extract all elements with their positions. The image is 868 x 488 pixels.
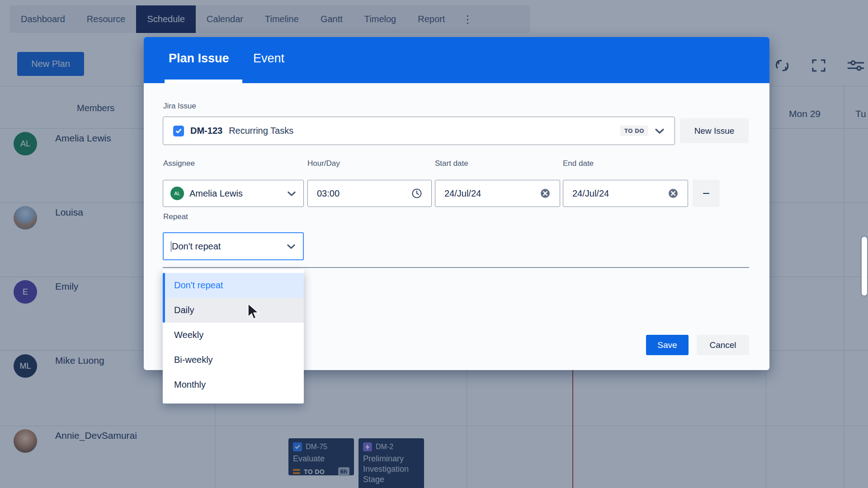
- option-daily[interactable]: Daily: [163, 298, 304, 323]
- start-date-input[interactable]: 24/Jul/24: [435, 180, 560, 207]
- task-check-icon: [173, 126, 184, 136]
- active-tab-indicator: [165, 80, 242, 83]
- jira-issue-label: Jira Issue: [163, 102, 196, 111]
- end-date-input[interactable]: 24/Jul/24: [563, 180, 688, 207]
- repeat-label: Repeat: [163, 212, 188, 221]
- avatar: AL: [170, 187, 184, 200]
- hour-per-day-value: 03:00: [317, 188, 340, 199]
- repeat-dropdown-menu: Don't repeat Daily Weekly Bi-weekly Mont…: [163, 269, 304, 404]
- chevron-down-icon[interactable]: [655, 128, 665, 134]
- section-divider: [163, 267, 749, 268]
- chevron-down-icon[interactable]: [287, 244, 296, 249]
- option-weekly[interactable]: Weekly: [163, 323, 304, 347]
- chevron-down-icon[interactable]: [287, 191, 296, 197]
- mouse-cursor-icon: [246, 303, 262, 323]
- cancel-button[interactable]: Cancel: [697, 335, 749, 355]
- assignee-select[interactable]: AL Amelia Lewis: [163, 180, 304, 207]
- clear-icon[interactable]: [540, 188, 551, 199]
- dropdown-selection-bar: [163, 273, 165, 323]
- tab-plan-issue[interactable]: Plan Issue: [169, 37, 229, 80]
- app-root: Dashboard Resource Schedule Calendar Tim…: [0, 0, 868, 488]
- new-issue-button[interactable]: New Issue: [680, 118, 749, 143]
- jira-issue-select[interactable]: DM-123 Recurring Tasks TO DO: [163, 117, 675, 145]
- modal-header: Plan Issue Event: [144, 37, 769, 83]
- status-badge: TO DO: [620, 126, 648, 136]
- assignee-value: Amelia Lewis: [189, 188, 243, 199]
- clear-icon[interactable]: [668, 188, 679, 199]
- end-date-label: End date: [563, 159, 594, 168]
- save-button[interactable]: Save: [646, 335, 689, 355]
- option-monthly[interactable]: Monthly: [163, 372, 304, 397]
- hour-per-day-input[interactable]: 03:00: [307, 180, 432, 207]
- repeat-value: Don't repeat: [171, 241, 221, 252]
- start-date-label: Start date: [435, 159, 468, 168]
- option-dont-repeat[interactable]: Don't repeat: [163, 273, 304, 298]
- option-bi-weekly[interactable]: Bi-weekly: [163, 347, 304, 372]
- start-date-value: 24/Jul/24: [444, 188, 481, 199]
- end-date-value: 24/Jul/24: [572, 188, 609, 199]
- assignee-label: Assignee: [163, 159, 195, 168]
- repeat-select[interactable]: Don't repeat: [163, 232, 304, 260]
- issue-key: DM-123: [190, 126, 222, 136]
- issue-summary: Recurring Tasks: [229, 126, 293, 136]
- remove-row-button[interactable]: −: [693, 180, 720, 207]
- tab-event[interactable]: Event: [253, 37, 284, 80]
- scrollbar-thumb[interactable]: [862, 237, 867, 296]
- hour-per-day-label: Hour/Day: [307, 159, 340, 168]
- clock-icon: [411, 188, 422, 199]
